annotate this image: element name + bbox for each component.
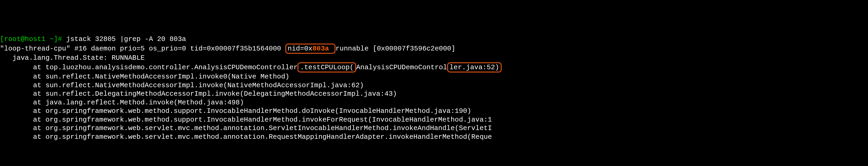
stack-frame: at sun.reflect.NativeMethodAccessorImpl.… — [0, 81, 868, 90]
nid-prefix: nid=0x — [288, 45, 313, 53]
thread-header-prefix: "loop-thread-cpu" #16 daemon prio=5 os_p… — [0, 45, 285, 53]
stack-frame: at org.springframework.web.method.suppor… — [0, 107, 868, 116]
nid-space — [329, 45, 333, 53]
stack-frame: at sun.reflect.DelegatingMethodAccessorI… — [0, 90, 868, 98]
thread-header-line: "loop-thread-cpu" #16 daemon prio=5 os_p… — [0, 44, 868, 54]
frame-indent: at top.luozhou.analysisdemo.controller.A… — [0, 64, 298, 71]
stack-frame: at org.springframework.web.method.suppor… — [0, 116, 868, 124]
terminal-prompt-line: [root@host1 ~]# jstack 32805 |grep -A 20… — [0, 35, 868, 44]
stack-frame: at org.springframework.web.servlet.mvc.m… — [0, 133, 868, 141]
thread-header-suffix: runnable [0x00007f3596c2e000] — [335, 45, 455, 53]
thread-state-line: java.lang.Thread.State: RUNNABLE — [0, 54, 868, 63]
nid-highlight-box: nid=0x803a — [285, 44, 336, 54]
prompt-userhost: [root@host1 ~]# — [0, 35, 66, 43]
stack-frame: at org.springframework.web.servlet.mvc.m… — [0, 124, 868, 133]
stack-frame: at sun.reflect.NativeMethodAccessorImpl.… — [0, 73, 868, 81]
stack-frame: at java.lang.reflect.Method.invoke(Metho… — [0, 98, 868, 107]
file-line-highlight-box: ler.java:52) — [447, 63, 502, 73]
command-text: jstack 32805 |grep -A 20 803a — [66, 35, 186, 43]
method-highlight-box: .testCPULoop( — [298, 63, 356, 73]
stack-frame-highlighted: at top.luozhou.analysisdemo.controller.A… — [0, 63, 868, 73]
frame-mid: AnalysisCPUDemoControl — [356, 64, 447, 71]
nid-value: 803a — [312, 45, 329, 53]
